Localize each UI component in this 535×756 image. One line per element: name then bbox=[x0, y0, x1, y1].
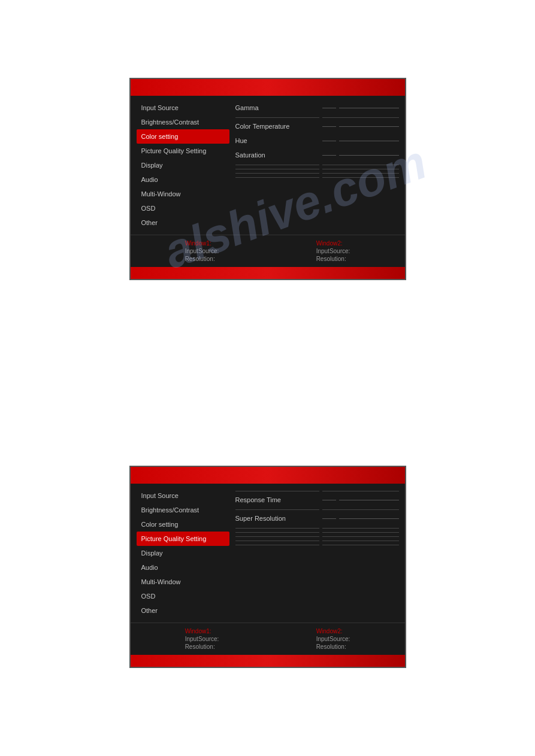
menu-item-multi-window-1[interactable]: Multi-Window bbox=[137, 187, 229, 201]
menu-item-color-setting-1[interactable]: Color setting bbox=[137, 129, 229, 144]
menu-item-picture-quality-2[interactable]: Picture Quality Setting bbox=[137, 532, 229, 546]
menu-item-input-source-1[interactable]: Input Source bbox=[137, 101, 229, 115]
setting-row-gamma: Gamma bbox=[235, 102, 399, 114]
window1-resolution-1: Resolution: bbox=[185, 256, 219, 262]
divider-row-2 bbox=[235, 163, 399, 166]
divider-row-1 bbox=[235, 116, 399, 119]
setting-bar-saturation-right bbox=[339, 155, 399, 156]
divider-4-right bbox=[322, 173, 399, 174]
window1-info-1: Window1: InputSource: Resolution: bbox=[185, 240, 219, 262]
divider-row-2-5 bbox=[235, 535, 399, 538]
osd-footer-2 bbox=[131, 655, 405, 667]
divider-2-3-right bbox=[322, 528, 399, 529]
menu-item-other-1[interactable]: Other bbox=[137, 215, 229, 230]
setting-label-super-resolution: Super Resolution bbox=[235, 515, 319, 522]
divider-2-4 bbox=[235, 532, 319, 533]
divider-1 bbox=[235, 117, 319, 118]
menu-item-audio-1[interactable]: Audio bbox=[137, 172, 229, 187]
window2-input-source-2: InputSource: bbox=[316, 636, 350, 642]
window1-input-source-1: InputSource: bbox=[185, 248, 219, 254]
osd-footer-1 bbox=[131, 267, 405, 279]
setting-row-super-resolution: Super Resolution bbox=[235, 512, 399, 524]
setting-bar-color-temp-right bbox=[339, 126, 399, 127]
menu-item-display-1[interactable]: Display bbox=[137, 158, 229, 172]
divider-2-4-right bbox=[322, 532, 399, 533]
setting-bar-super-resolution-right bbox=[339, 518, 399, 519]
setting-row-color-temp: Color Temperature bbox=[235, 120, 399, 132]
menu-item-brightness-2[interactable]: Brightness/Contrast bbox=[137, 503, 229, 517]
setting-label-response-time: Response Time bbox=[235, 496, 319, 503]
setting-bar-gamma-right bbox=[339, 108, 399, 108]
menu-item-picture-quality-1[interactable]: Picture Quality Setting bbox=[137, 144, 229, 158]
menu-item-osd-1[interactable]: OSD bbox=[137, 201, 229, 215]
menu-item-osd-2[interactable]: OSD bbox=[137, 589, 229, 603]
divider-2-1-right bbox=[322, 491, 399, 491]
osd-right-content-2: Response Time Super Resolution bbox=[229, 488, 399, 618]
menu-item-display-2[interactable]: Display bbox=[137, 546, 229, 560]
window2-resolution-1: Resolution: bbox=[316, 256, 350, 262]
menu-item-color-setting-2[interactable]: Color setting bbox=[137, 517, 229, 532]
window1-resolution-2: Resolution: bbox=[185, 643, 219, 650]
divider-5-right bbox=[322, 177, 399, 178]
divider-2-2 bbox=[235, 509, 319, 510]
divider-row-2-4 bbox=[235, 531, 399, 534]
divider-2-6 bbox=[235, 541, 319, 541]
menu-item-brightness-1[interactable]: Brightness/Contrast bbox=[137, 115, 229, 129]
page-wrapper: alshive.com Input Source Brightness/Cont… bbox=[0, 0, 535, 756]
menu-item-audio-2[interactable]: Audio bbox=[137, 560, 229, 575]
window1-title-1: Window1: bbox=[185, 240, 219, 247]
divider-3 bbox=[235, 169, 319, 169]
setting-bar-super-resolution bbox=[322, 518, 336, 519]
setting-bar-hue-right bbox=[339, 141, 399, 141]
setting-bar-response-time bbox=[322, 500, 336, 500]
divider-2 bbox=[235, 165, 319, 165]
divider-2-right bbox=[322, 165, 399, 165]
divider-row-2-1 bbox=[235, 490, 399, 493]
setting-label-saturation: Saturation bbox=[235, 151, 319, 159]
window2-title-1: Window2: bbox=[316, 240, 350, 247]
setting-bar-hue bbox=[322, 141, 336, 141]
divider-2-7-right bbox=[322, 545, 399, 545]
osd-body-2: Input Source Brightness/Contrast Color s… bbox=[131, 484, 405, 655]
menu-item-other-2[interactable]: Other bbox=[137, 603, 229, 618]
setting-bar-gamma bbox=[322, 108, 336, 108]
osd-left-menu-2: Input Source Brightness/Contrast Color s… bbox=[137, 488, 229, 618]
divider-2-1 bbox=[235, 491, 319, 491]
window1-info-2: Window1: InputSource: Resolution: bbox=[185, 628, 219, 650]
window2-info-2: Window2: InputSource: Resolution: bbox=[316, 628, 350, 650]
osd-header-1 bbox=[131, 79, 405, 96]
menu-item-multi-window-2[interactable]: Multi-Window bbox=[137, 575, 229, 589]
menu-item-input-source-2[interactable]: Input Source bbox=[137, 488, 229, 503]
osd-menu-area-2: Input Source Brightness/Contrast Color s… bbox=[131, 484, 405, 623]
divider-row-3 bbox=[235, 168, 399, 171]
divider-row-5 bbox=[235, 176, 399, 179]
setting-row-hue: Hue bbox=[235, 135, 399, 147]
divider-row-4 bbox=[235, 172, 399, 175]
divider-row-2-3 bbox=[235, 527, 399, 530]
osd-panel-2: Input Source Brightness/Contrast Color s… bbox=[129, 466, 406, 668]
divider-2-2-right bbox=[322, 509, 399, 510]
divider-2-3 bbox=[235, 528, 319, 529]
window2-info-1: Window2: InputSource: Resolution: bbox=[316, 240, 350, 262]
osd-left-menu-1: Input Source Brightness/Contrast Color s… bbox=[137, 101, 229, 230]
osd-panel-1: Input Source Brightness/Contrast Color s… bbox=[129, 78, 406, 280]
divider-2-7 bbox=[235, 545, 319, 545]
window1-input-source-2: InputSource: bbox=[185, 636, 219, 642]
setting-label-hue: Hue bbox=[235, 137, 319, 144]
osd-bottom-info-2: Window1: InputSource: Resolution: Window… bbox=[131, 623, 405, 655]
window2-input-source-1: InputSource: bbox=[316, 248, 350, 254]
setting-bar-saturation bbox=[322, 155, 336, 156]
window2-resolution-2: Resolution: bbox=[316, 643, 350, 650]
setting-bar-color-temp bbox=[322, 126, 336, 127]
setting-bar-response-time-right bbox=[339, 500, 399, 500]
divider-2-5-right bbox=[322, 536, 399, 537]
divider-4 bbox=[235, 173, 319, 174]
window2-title-2: Window2: bbox=[316, 628, 350, 634]
setting-label-color-temp: Color Temperature bbox=[235, 123, 319, 130]
divider-3-right bbox=[322, 169, 399, 169]
divider-2-6-right bbox=[322, 541, 399, 541]
osd-right-content-1: Gamma Color Temperature bbox=[229, 101, 399, 230]
divider-row-2-2 bbox=[235, 508, 399, 511]
divider-row-2-7 bbox=[235, 544, 399, 546]
osd-menu-area-1: Input Source Brightness/Contrast Color s… bbox=[131, 96, 405, 235]
